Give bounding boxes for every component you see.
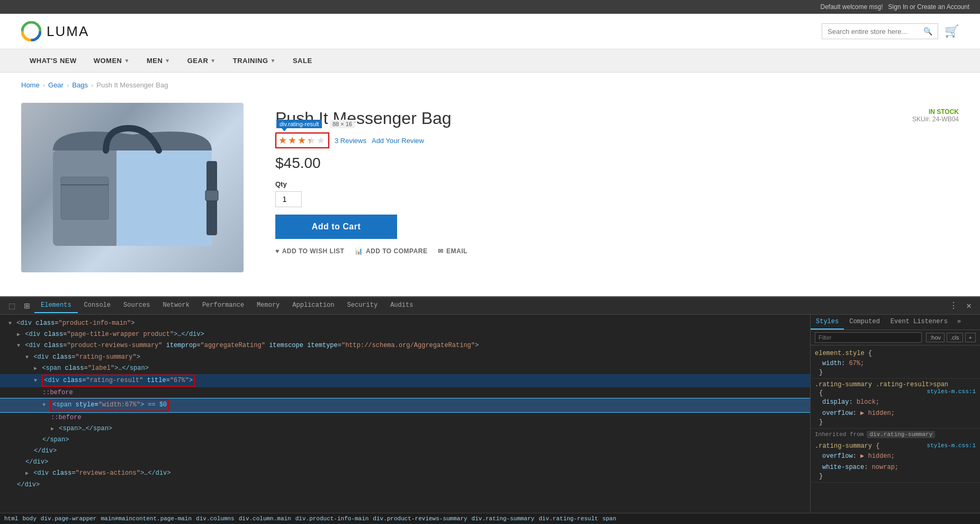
breadcrumb-current: Push It Messenger Bag [96, 81, 168, 89]
add-to-compare-link[interactable]: 📊 ADD TO COMPARE [355, 247, 427, 255]
navigation: What's New Women▼ Men▼ Gear▼ Training▼ S… [0, 49, 980, 73]
product-image [21, 103, 244, 272]
stars-foreground: ★★★★★ [278, 135, 310, 146]
svg-rect-7 [205, 190, 218, 201]
chevron-down-icon: ▼ [124, 58, 130, 64]
welcome-msg: Default welcome msg! [820, 3, 883, 11]
rating-size: 88 × 16 [330, 120, 355, 128]
search-box: 🔍 [822, 23, 938, 39]
reviews-count-link[interactable]: 3 Reviews [335, 137, 366, 145]
svg-rect-8 [61, 177, 109, 219]
email-icon: ✉ [438, 247, 444, 255]
add-to-cart-button[interactable]: Add to Cart [275, 215, 397, 239]
search-button[interactable]: 🔍 [923, 27, 932, 35]
create-account-link[interactable]: Create an Account [917, 3, 969, 11]
breadcrumb-bags[interactable]: Bags [72, 81, 88, 89]
logo[interactable]: LUMA [21, 21, 89, 41]
product-price: $45.00 [275, 155, 959, 172]
product-actions: ♥ ADD TO WISH LIST 📊 ADD TO COMPARE ✉ EM… [275, 247, 959, 255]
heart-icon: ♥ [275, 247, 280, 255]
stars-background: ★★★★★ ★★★★★ [278, 135, 326, 146]
breadcrumb-separator: › [91, 81, 93, 89]
product-info: Push It Messenger Bag IN STOCK SKU#: 24-… [275, 103, 959, 272]
svg-rect-5 [116, 150, 212, 246]
header-right: 🔍 🛒 [822, 23, 959, 39]
breadcrumb-home[interactable]: Home [21, 81, 40, 89]
chevron-down-icon: ▼ [271, 58, 276, 64]
nav-men[interactable]: Men▼ [138, 49, 179, 72]
nav-gear[interactable]: Gear▼ [179, 49, 224, 72]
bag-illustration [32, 108, 233, 267]
product-area: Push It Messenger Bag IN STOCK SKU#: 24-… [0, 97, 980, 283]
rating-wrap: div.rating-result 88 × 16 ★★★★★ ★★★★★ 3 … [275, 132, 959, 148]
nav-sale[interactable]: Sale [284, 49, 321, 72]
nav-whats-new[interactable]: What's New [21, 49, 85, 72]
logo-text: LUMA [47, 23, 89, 40]
product-sku: SKU#: 24-WB04 [912, 116, 959, 123]
breadcrumb-gear[interactable]: Gear [48, 81, 64, 89]
compare-icon: 📊 [355, 247, 363, 255]
breadcrumb: Home › Gear › Bags › Push It Messenger B… [0, 73, 980, 97]
cart-icon[interactable]: 🛒 [945, 24, 959, 38]
breadcrumb-separator: › [67, 81, 69, 89]
top-bar: Default welcome msg! Sign In or Create a… [0, 0, 980, 14]
signin-link[interactable]: Sign In [888, 3, 908, 11]
logo-icon [21, 21, 41, 41]
add-review-link[interactable]: Add Your Review [372, 137, 424, 145]
qty-input[interactable] [275, 191, 302, 207]
stock-status: IN STOCK [912, 108, 959, 116]
qty-label: Qty [275, 180, 959, 188]
rating-result: div.rating-result 88 × 16 ★★★★★ ★★★★★ [275, 132, 329, 148]
chevron-down-icon: ▼ [210, 58, 215, 64]
product-image-wrap [21, 103, 244, 272]
email-link[interactable]: ✉ EMAIL [438, 247, 467, 255]
rating-tooltip: div.rating-result [276, 120, 322, 128]
search-input[interactable] [828, 28, 923, 35]
chevron-down-icon: ▼ [165, 58, 170, 64]
header: LUMA 🔍 🛒 [0, 14, 980, 49]
nav-training[interactable]: Training▼ [224, 49, 284, 72]
add-to-wishlist-link[interactable]: ♥ ADD TO WISH LIST [275, 247, 344, 255]
nav-women[interactable]: Women▼ [85, 49, 138, 72]
or-text: or [910, 3, 915, 11]
tooltip-arrow [282, 128, 287, 131]
breadcrumb-separator: › [43, 81, 45, 89]
